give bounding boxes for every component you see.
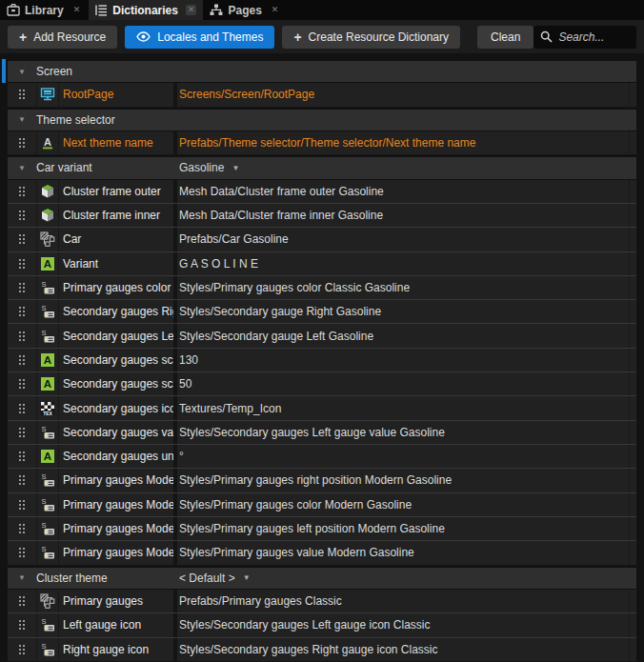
plus-icon: + [19, 30, 27, 44]
resource-value[interactable]: G A S O L I N E [173, 252, 629, 275]
drag-handle[interactable] [8, 500, 36, 510]
table-row[interactable]: ASecondary gauges un° [8, 445, 636, 469]
resource-value[interactable]: Screens/Screen/RootPage [173, 83, 629, 106]
resource-value[interactable]: Prefabs/Primary gauges Classic [173, 590, 629, 612]
table-row[interactable]: SPrimary gauges ModeStyles/Primary gauge… [8, 541, 636, 565]
table-row[interactable]: SSecondary gauges valStyles/Secondary ga… [8, 421, 636, 445]
resource-value[interactable]: Styles/Secondary gauges Right gauge icon… [173, 638, 629, 661]
table-row[interactable]: CarPrefabs/Car Gasoline [8, 228, 636, 251]
table-row[interactable]: SPrimary gauges ModeStyles/Primary gauge… [8, 469, 636, 492]
plus-icon: + [293, 30, 301, 44]
resource-value[interactable]: Mesh Data/Cluster frame outer Gasoline [173, 180, 629, 203]
drag-handle[interactable] [8, 645, 36, 654]
drag-handle[interactable] [8, 187, 36, 196]
resource-value[interactable]: Styles/Primary gauges color Classic Gaso… [173, 276, 629, 299]
collapse-triangle-icon[interactable]: ▼ [8, 115, 36, 124]
table-row[interactable]: AVariantG A S O L I N E [8, 252, 636, 276]
drag-handle[interactable] [8, 355, 36, 365]
drag-handle[interactable] [8, 331, 36, 341]
table-row[interactable]: SRight gauge iconStyles/Secondary gauges… [8, 638, 636, 662]
row-end-cell [629, 493, 636, 516]
drag-handle[interactable] [8, 620, 36, 630]
drag-handle[interactable] [8, 428, 36, 437]
resource-value[interactable]: Styles/Primary gauges color Modern Gasol… [173, 493, 629, 516]
table-row[interactable]: SPrimary gauges ModeStyles/Primary gauge… [8, 493, 636, 517]
section-dropdown[interactable]: Gasoline▼ [173, 161, 239, 174]
drag-handle[interactable] [8, 548, 36, 557]
section-header-cluster-theme[interactable]: ▼Cluster theme< Default >▼ [8, 566, 636, 590]
table-row[interactable]: SSecondary gauges RigStyles/Secondary ga… [8, 300, 636, 324]
drag-handle[interactable] [8, 475, 36, 485]
table-row[interactable]: Cluster frame innerMesh Data/Cluster fra… [8, 204, 636, 228]
drag-handle[interactable] [8, 138, 36, 148]
close-icon[interactable]: ✕ [71, 5, 83, 15]
clean-button[interactable]: Clean [477, 26, 533, 49]
section-title: Screen [36, 65, 72, 78]
row-end-cell [629, 131, 636, 154]
resource-name: Variant [59, 257, 173, 271]
row-end-cell [629, 445, 636, 468]
table-row[interactable]: Cluster frame outerMesh Data/Cluster fra… [8, 180, 636, 204]
table-row[interactable]: ASecondary gauges sca50 [8, 372, 636, 396]
tab-dictionaries[interactable]: Dictionaries ✕ [89, 0, 203, 20]
search-box[interactable] [533, 26, 636, 49]
resource-value[interactable]: 130 [173, 349, 629, 371]
collapse-triangle-icon[interactable]: ▼ [8, 68, 36, 76]
resource-value[interactable]: 50 [173, 372, 629, 395]
resource-value[interactable]: Prefabs/Car Gasoline [173, 228, 629, 251]
resource-value[interactable]: Styles/Primary gauges value Modern Gasol… [173, 541, 629, 564]
locales-themes-button[interactable]: Locales and Themes [125, 26, 274, 49]
table-row[interactable]: SSecondary gauges LefStyles/Secondary ga… [8, 324, 636, 348]
drag-handle[interactable] [8, 234, 36, 244]
style-icon: S [36, 493, 59, 516]
table-row[interactable]: SLeft gauge iconStyles/Secondary gauges … [8, 613, 636, 637]
section-header-car-variant[interactable]: ▼Car variantGasoline▼ [8, 155, 636, 179]
resource-value[interactable]: Styles/Primary gauges left position Mode… [173, 517, 629, 540]
resource-value[interactable]: ° [173, 445, 629, 468]
section-dropdown[interactable]: < Default >▼ [173, 572, 251, 585]
row-end-cell [629, 228, 636, 251]
drag-handle[interactable] [8, 404, 36, 413]
table-row[interactable]: Primary gaugesPrefabs/Primary gauges Cla… [8, 590, 636, 613]
drag-handle[interactable] [8, 90, 36, 99]
resource-value[interactable]: Styles/Secondary gauges Left gauge value… [173, 421, 629, 444]
table-row[interactable]: RootPageScreens/Screen/RootPage [8, 83, 636, 107]
resource-value[interactable]: Styles/Secondary gauge Left Gasoline [173, 324, 629, 347]
drag-handle[interactable] [8, 211, 36, 220]
resource-value[interactable]: Prefabs/Theme selector/Theme selector/Ne… [173, 131, 629, 154]
drag-handle[interactable] [8, 524, 36, 533]
resource-value[interactable]: Styles/Secondary gauge Right Gasoline [173, 300, 629, 323]
resource-value[interactable]: Styles/Primary gauges right position Mod… [173, 469, 629, 491]
resource-value[interactable]: Styles/Secondary gauges Left gauge icon … [173, 613, 629, 636]
drag-handle[interactable] [8, 307, 36, 316]
tab-pages[interactable]: Pages ✕ [203, 0, 287, 20]
tab-library[interactable]: Library ✕ [0, 0, 89, 20]
create-resource-dictionary-button[interactable]: + Create Resource Dictionary [282, 26, 460, 49]
table-row[interactable]: ASecondary gauges sca130 [8, 349, 636, 372]
resource-value[interactable]: Mesh Data/Cluster frame inner Gasoline [173, 204, 629, 227]
resource-value[interactable]: Textures/Temp_Icon [173, 396, 629, 419]
close-icon[interactable]: ✕ [270, 5, 281, 15]
table-row[interactable]: TEXSecondary gauges icoTextures/Temp_Ico… [8, 396, 636, 420]
add-resource-button[interactable]: + Add Resource [8, 26, 117, 49]
drag-handle[interactable] [8, 259, 36, 269]
resource-name: Secondary gauges Rig [59, 305, 173, 318]
row-end-cell [629, 517, 636, 540]
collapse-triangle-icon[interactable]: ▼ [8, 164, 36, 172]
table-row[interactable]: SPrimary gauges ModeStyles/Primary gauge… [8, 517, 636, 541]
table-row[interactable]: SPrimary gauges colorStyles/Primary gaug… [8, 276, 636, 300]
drag-handle[interactable] [8, 283, 36, 292]
collapse-triangle-icon[interactable]: ▼ [8, 573, 36, 582]
resource-name: Secondary gauges sca [59, 377, 173, 391]
section-header-theme-selector[interactable]: ▼Theme selector [8, 108, 636, 131]
table-row[interactable]: ANext theme namePrefabs/Theme selector/T… [8, 131, 636, 155]
row-end-cell [629, 590, 636, 612]
row-end-cell [629, 300, 636, 323]
drag-handle[interactable] [8, 451, 36, 461]
search-input[interactable] [558, 30, 630, 44]
close-icon[interactable]: ✕ [186, 5, 197, 15]
drag-handle[interactable] [8, 379, 36, 389]
drag-handle[interactable] [8, 596, 36, 606]
section-header-screen[interactable]: ▼Screen [8, 59, 636, 83]
resource-name: Primary gauges Mode [59, 473, 173, 487]
